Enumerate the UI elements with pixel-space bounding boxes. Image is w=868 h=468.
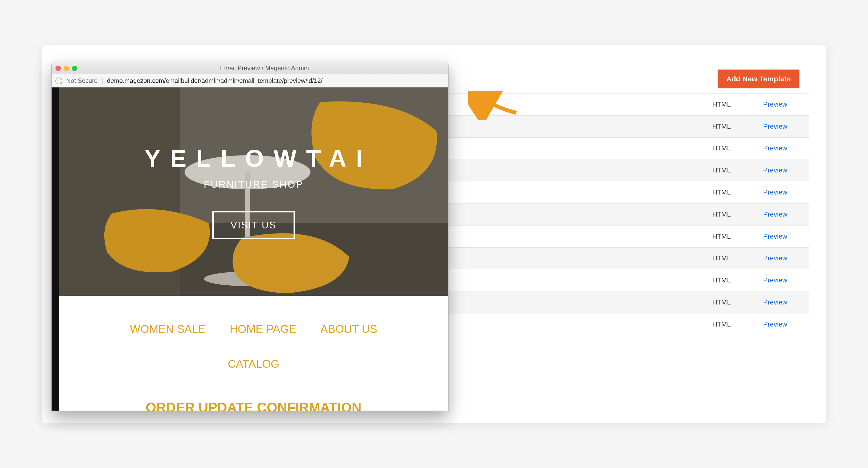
preview-link[interactable]: Preview [763, 100, 787, 108]
main-area: Add New Template {{trans "Contact Form"}… [56, 60, 812, 408]
preview-link[interactable]: Preview [763, 299, 787, 306]
preview-link[interactable]: Preview [763, 254, 787, 262]
preview-link[interactable]: Preview [763, 123, 787, 130]
window-titlebar: Email Preview / Magento Admin [52, 62, 448, 74]
type-cell: HTML [707, 211, 761, 218]
type-cell: HTML [707, 320, 761, 328]
preview-link[interactable]: Preview [763, 144, 787, 152]
preview-link[interactable]: Preview [763, 166, 787, 174]
hero-overlay: YELLOWTAI FURNITURE SHOP VISIT US [59, 88, 448, 296]
brand-title: YELLOWTAI [135, 144, 372, 172]
separator: | [101, 77, 103, 85]
visit-us-button[interactable]: VISIT US [212, 211, 295, 239]
url-text: demo.magezon.com/emailbuilder/admin/admi… [107, 77, 322, 85]
window-minimize-icon[interactable] [64, 66, 69, 71]
preview-link[interactable]: Preview [763, 320, 787, 328]
left-gutter [52, 88, 59, 411]
type-cell: HTML [707, 232, 761, 240]
type-cell: HTML [707, 188, 761, 196]
email-preview-body: YELLOWTAI FURNITURE SHOP VISIT US WOMEN … [52, 88, 448, 411]
type-cell: HTML [707, 299, 761, 306]
window-close-icon[interactable] [56, 66, 61, 71]
security-label: Not Secure [66, 77, 98, 85]
brand-tagline: FURNITURE SHOP [204, 179, 304, 190]
not-secure-icon: i [56, 77, 62, 84]
type-cell: HTML [707, 100, 761, 108]
preview-link[interactable]: Preview [763, 188, 787, 196]
preview-link[interactable]: Preview [763, 211, 787, 218]
order-update-headline: ORDER UPDATE CONFIRMATION [59, 378, 448, 411]
annotation-arrow-icon [468, 91, 521, 120]
type-cell: HTML [707, 123, 761, 130]
email-nav: WOMEN SALE HOME PAGE ABOUT US CATALOG [59, 296, 448, 378]
add-new-template-button[interactable]: Add New Template [718, 69, 800, 88]
preview-link[interactable]: Preview [763, 276, 787, 284]
nav-home-page[interactable]: HOME PAGE [229, 322, 296, 336]
nav-women-sale[interactable]: WOMEN SALE [130, 322, 206, 336]
nav-catalog[interactable]: CATALOG [73, 357, 434, 370]
address-bar[interactable]: i Not Secure | demo.magezon.com/emailbui… [52, 74, 448, 88]
content-card: Add New Template {{trans "Contact Form"}… [42, 45, 826, 423]
type-cell: HTML [707, 144, 761, 152]
url-path: /emailbuilder/admin/admin/email_template… [164, 77, 322, 84]
type-cell: HTML [707, 254, 761, 262]
type-cell: HTML [707, 276, 761, 284]
preview-popup-window: Email Preview / Magento Admin i Not Secu… [51, 62, 448, 411]
hero-section: YELLOWTAI FURNITURE SHOP VISIT US [59, 88, 448, 296]
nav-about-us[interactable]: ABOUT US [320, 322, 377, 336]
preview-link[interactable]: Preview [763, 232, 787, 240]
url-domain: demo.magezon.com [107, 77, 164, 84]
type-cell: HTML [707, 166, 761, 174]
window-title: Email Preview / Magento Admin [85, 64, 444, 72]
window-zoom-icon[interactable] [72, 66, 77, 71]
